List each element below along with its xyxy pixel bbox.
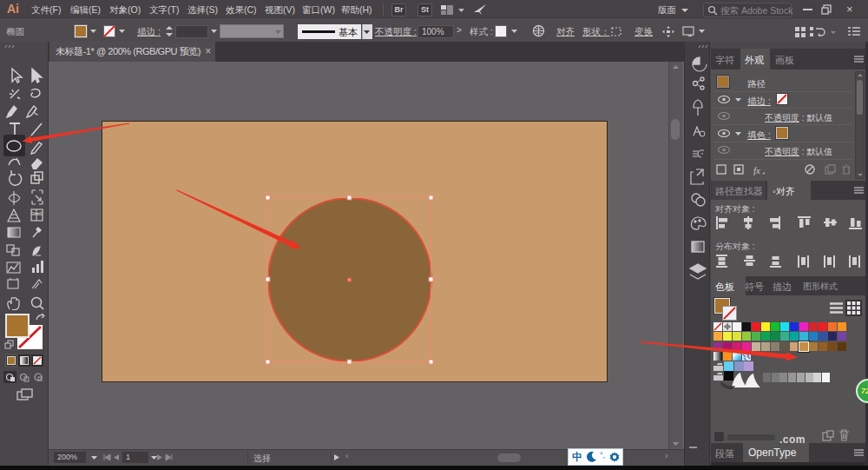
svg-text:fx: fx <box>753 165 760 175</box>
